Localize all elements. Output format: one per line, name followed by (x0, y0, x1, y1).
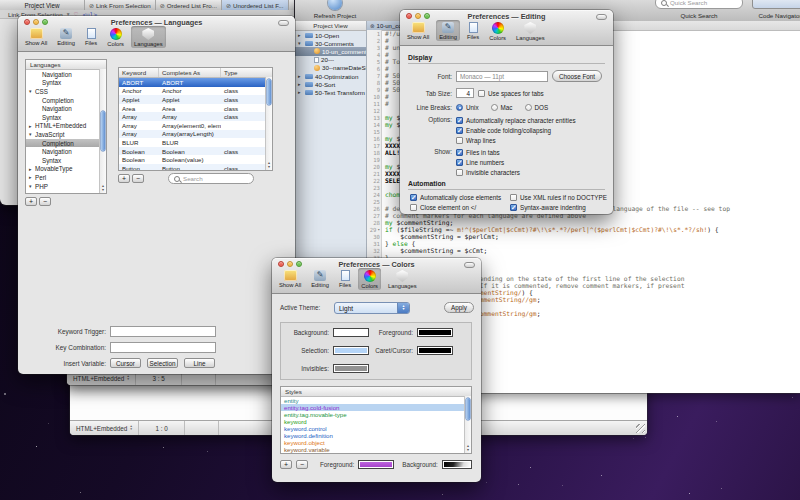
checkbox-wrap-lines[interactable]: Wrap lines (456, 136, 576, 145)
minimize-button[interactable] (415, 13, 421, 19)
toolbar-item-colors[interactable]: Colors (486, 20, 509, 42)
language-list-item[interactable]: ▾JavaScript (26, 130, 106, 139)
checkbox-automatically-close-elements[interactable]: ✓Automatically close elements (410, 193, 501, 202)
checkbox-use-xml-rules-if-no-doctype[interactable]: Use XML rules if no DOCTYPE (510, 193, 607, 202)
language-list-item[interactable]: Syntax (26, 79, 106, 88)
keyword-trigger-field[interactable] (110, 326, 216, 337)
key-combination-field[interactable] (110, 342, 216, 353)
insert-cursor-button[interactable]: Cursor (110, 358, 141, 368)
project-tree-item[interactable]: ▸50-Text Transform (295, 88, 366, 96)
toolbar-toggle-widget[interactable] (464, 262, 475, 268)
language-list-item[interactable]: ▸Perl (26, 173, 106, 182)
apply-button[interactable]: Apply (444, 302, 474, 313)
insert-line-button[interactable]: Line (184, 358, 215, 368)
toolbar-item-colors[interactable]: Colors (358, 268, 381, 290)
language-list-item[interactable]: Navigation (26, 147, 106, 156)
quick-search-input[interactable]: Quick Search (655, 0, 743, 9)
project-tree-item[interactable]: ▸40-Sort (295, 80, 366, 88)
close-button[interactable] (406, 13, 412, 19)
toolbar-item-files[interactable]: Files (336, 268, 354, 289)
checkbox-use-spaces-for-tabs[interactable]: Use spaces for tabs (478, 89, 544, 98)
checkbox[interactable] (456, 137, 463, 144)
checkbox-syntax-aware-indenting[interactable]: ✓Syntax-aware indenting (510, 203, 607, 212)
choose-font-button[interactable]: Choose Font (552, 70, 602, 82)
minimize-button[interactable] (287, 261, 293, 267)
radio-button[interactable] (525, 104, 532, 111)
remove-language-button[interactable]: − (39, 197, 51, 206)
insert-selection-button[interactable]: Selection (147, 358, 178, 368)
tab-close-icon[interactable]: ⊘ (160, 2, 165, 9)
toolbar-item-editing[interactable]: ✎Editing (54, 26, 78, 47)
checkbox[interactable] (410, 204, 417, 211)
language-popup[interactable]: HTML+Embedded ▴▾ (70, 421, 139, 435)
style-list-item[interactable]: keyword.object (281, 439, 471, 446)
table-row[interactable]: BLURBLUR (119, 138, 272, 147)
disclosure-triangle-icon[interactable]: ▸ (298, 89, 303, 95)
style-list-item[interactable]: entity.tag.movable-type (281, 411, 471, 418)
document-tab[interactable]: ⊘Link From Selection (85, 0, 156, 10)
style-background-well[interactable] (442, 460, 472, 469)
background-well[interactable] (333, 328, 369, 337)
language-list-item[interactable]: Navigation (26, 70, 106, 79)
caret-cursor-well[interactable] (417, 346, 453, 355)
code-navigator-control[interactable] (752, 0, 800, 9)
radio-unix[interactable]: Unix (456, 103, 479, 112)
close-button[interactable] (24, 19, 30, 25)
checkbox[interactable] (456, 169, 463, 176)
project-tree-item[interactable]: ▾30-Comments (295, 39, 366, 47)
radio-dos[interactable]: DOS (525, 103, 549, 112)
project-tree-item[interactable]: ▸10-Open (295, 31, 366, 39)
disclosure-triangle-icon[interactable]: ▸ (298, 32, 303, 38)
scrollbar[interactable]: ▴▾ (265, 77, 272, 170)
checkbox[interactable]: ✓ (456, 149, 463, 156)
checkbox-invisible-characters[interactable]: Invisible characters (456, 168, 520, 177)
table-row[interactable]: ButtonButtonclass (119, 164, 272, 171)
radio-mac[interactable]: Mac (491, 103, 513, 112)
checkbox[interactable]: ✓ (456, 159, 463, 166)
table-row[interactable]: ABORTABORT (119, 78, 272, 87)
remove-keyword-button[interactable]: − (132, 174, 144, 183)
foreground-well[interactable] (417, 328, 453, 337)
table-row[interactable]: AnchorAnchorclass (119, 87, 272, 96)
add-language-button[interactable]: + (25, 197, 37, 206)
toolbar-toggle-widget[interactable] (596, 14, 607, 20)
zoom-button[interactable] (424, 13, 430, 19)
document-tab[interactable]: ⊘Ordered List Fro... (156, 0, 222, 10)
toolbar-item-editing[interactable]: ✎Editing (308, 268, 332, 289)
checkbox[interactable] (478, 90, 485, 97)
language-list-item[interactable]: Completion (26, 139, 106, 148)
table-row[interactable]: BooleanBoolean(value) (119, 155, 272, 164)
language-list-item[interactable]: ▾CSS (26, 87, 106, 96)
checkbox[interactable]: ✓ (456, 117, 463, 124)
scrollbar[interactable]: ▴▾ (99, 69, 106, 193)
toolbar-item-show-all[interactable]: Show All (404, 20, 432, 41)
style-list-item[interactable]: keyword (281, 418, 471, 425)
project-tree-item[interactable]: 30--nameDateStr (295, 64, 366, 72)
table-row[interactable]: ArrayArrayclass (119, 112, 272, 121)
toolbar-item-editing[interactable]: ✎Editing (436, 20, 460, 41)
refresh-project-icon[interactable] (328, 0, 342, 10)
toolbar-item-show-all[interactable]: Show All (276, 268, 304, 289)
toolbar-item-colors[interactable]: Colors (104, 26, 127, 48)
window-chrome[interactable]: Preferences — Editing Show All✎EditingFi… (400, 10, 613, 46)
style-list-item[interactable]: quotes (281, 453, 471, 454)
toolbar-toggle-widget[interactable] (278, 20, 289, 26)
disclosure-triangle-icon[interactable]: ▸ (298, 81, 303, 87)
style-foreground-well[interactable] (358, 460, 394, 469)
table-row[interactable]: BooleanBooleanclass (119, 147, 272, 156)
project-tree-item[interactable]: ▸40-Optimization (295, 72, 366, 80)
disclosure-triangle-icon[interactable]: ▾ (298, 40, 303, 46)
add-keyword-button[interactable]: + (118, 174, 130, 183)
tab-close-icon[interactable]: ⊘ (89, 2, 94, 9)
language-list-item[interactable]: ▸MovableType (26, 165, 106, 174)
table-row[interactable]: ArrayArray(element0, eleme... (119, 121, 272, 130)
window-chrome[interactable]: Preferences — Languages Show All✎Editing… (18, 16, 295, 52)
document-tab[interactable]: ⊘Unordered List F... (222, 0, 289, 10)
toolbar-item-languages[interactable]: Languages (385, 268, 420, 290)
radio-button[interactable] (456, 104, 463, 111)
style-list-item[interactable]: keyword.definition (281, 432, 471, 439)
checkbox-line-numbers[interactable]: ✓Line numbers (456, 158, 520, 167)
keyword-search-input[interactable]: Search (168, 173, 254, 184)
active-theme-popup[interactable]: Light ▲▼ (334, 302, 410, 314)
style-list-item[interactable]: entity (281, 397, 471, 404)
